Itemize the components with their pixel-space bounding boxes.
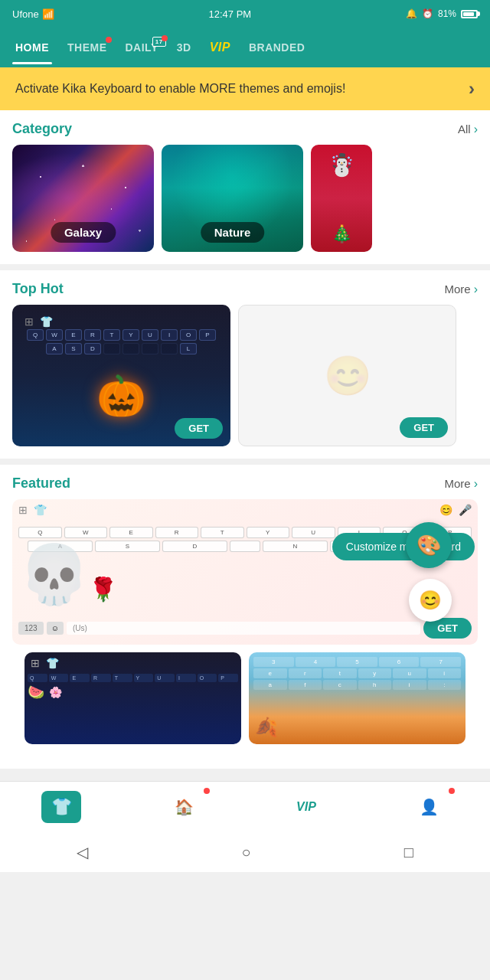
wm-keys: Q W E R T Y U I O P: [24, 671, 241, 682]
featured-chevron-icon: ›: [474, 477, 478, 491]
autumn-keys: 3 4 5 6 7 e r t y u i a: [249, 652, 466, 694]
key-i: I: [161, 329, 178, 341]
status-left: Ufone 📶: [12, 8, 54, 20]
top-hot-more-button[interactable]: More ›: [444, 283, 478, 296]
tab-branded[interactable]: BRANDED: [240, 31, 315, 64]
kb-shirt-icon: 👕: [40, 315, 53, 328]
empty-get-button[interactable]: GET: [400, 417, 448, 438]
halloween-get-button[interactable]: GET: [175, 418, 223, 439]
theme-card-halloween[interactable]: ⊞ 👕 Q W E R T Y U I O P A S: [12, 305, 230, 446]
tab-daily[interactable]: DAILY 17: [116, 31, 168, 64]
separator-3: [0, 769, 490, 775]
clock: 12:47 PM: [209, 8, 252, 20]
theme-card-empty[interactable]: 😊 GET: [238, 305, 456, 446]
emoji-fab-button[interactable]: 😊: [409, 579, 452, 622]
top-hot-title: Top Hot: [12, 281, 64, 297]
skull-emoji: 💀: [18, 541, 90, 609]
key-t: T: [103, 329, 120, 341]
profile-icon: 👤: [409, 791, 449, 823]
battery-icon: [461, 10, 478, 18]
skull-grid-icon: ⊞: [18, 504, 28, 516]
vibrate-icon: 🔔: [406, 8, 417, 19]
kb-icons: ⊞ 👕: [18, 311, 224, 329]
wifi-icon: 📶: [42, 8, 54, 20]
separator-1: [0, 264, 490, 270]
galaxy-label: Galaxy: [51, 222, 116, 243]
wm-grid-icon: ⊞: [31, 657, 40, 669]
top-hot-section: Top Hot More › ⊞ 👕 Q W E R T Y U: [0, 270, 490, 459]
skull-bottom-bar: 123 ☺ (Us) GET: [18, 618, 472, 639]
featured-more-button[interactable]: More ›: [444, 477, 478, 491]
category-header: Category All ›: [0, 110, 490, 145]
banner-arrow-icon: ›: [469, 78, 475, 100]
pumpkin-icon: 🎃: [96, 373, 146, 420]
tab-vip[interactable]: VIP: [201, 30, 240, 65]
smiley-placeholder-icon: 😊: [324, 354, 371, 398]
category-all-button[interactable]: All ›: [458, 122, 478, 136]
carrier-text: Ufone: [12, 8, 39, 20]
status-right: 🔔 ⏰ 81%: [406, 8, 478, 19]
bottom-nav-theme[interactable]: 👕: [32, 788, 90, 826]
store-dot: [204, 788, 210, 794]
featured-card-autumn[interactable]: 3 4 5 6 7 e r t y u i a: [249, 652, 466, 744]
battery-percent: 81%: [438, 8, 456, 19]
customize-bubble: Customize my keyboard: [332, 533, 475, 560]
autumn-leaf-icon: 🍂: [255, 717, 278, 738]
chevron-right-icon: ›: [474, 122, 478, 136]
palette-fab-button[interactable]: 🎨: [406, 522, 452, 568]
top-hot-chevron-icon: ›: [474, 283, 478, 296]
key-y: Y: [122, 329, 139, 341]
key-p: P: [199, 329, 216, 341]
daily-dot: [162, 35, 168, 41]
category-row: Galaxy Nature ☃️ 🎄: [0, 145, 490, 264]
category-card-christmas[interactable]: ☃️ 🎄: [311, 145, 372, 252]
vip-nav-icon: VIP: [286, 791, 326, 823]
tab-3d[interactable]: 3D: [168, 31, 201, 64]
featured-header: Featured More ›: [0, 465, 490, 499]
key-w: W: [46, 329, 63, 341]
home-button[interactable]: ○: [241, 844, 250, 861]
featured-title: Featured: [12, 475, 70, 492]
key-e: E: [65, 329, 82, 341]
nature-label: Nature: [201, 222, 265, 243]
system-navbar: ◁ ○ □: [0, 832, 490, 872]
themes-row: ⊞ 👕 Q W E R T Y U I O P A S: [0, 305, 490, 459]
status-bar: Ufone 📶 12:47 PM 🔔 ⏰ 81%: [0, 0, 490, 28]
key-o: O: [180, 329, 197, 341]
skull-shirt-icon: 👕: [34, 504, 47, 516]
tab-home[interactable]: HOME: [6, 31, 58, 64]
featured-card-watermelon[interactable]: ⊞ 👕 Q W E R T Y U I O P 🍉 🌸: [24, 652, 241, 744]
tab-theme[interactable]: THEME: [58, 31, 116, 64]
wm-shirt-icon: 👕: [46, 657, 59, 669]
recents-button[interactable]: □: [404, 844, 413, 861]
kb-grid-icon: ⊞: [24, 315, 34, 328]
category-title: Category: [12, 121, 72, 137]
skull-kb-icons: ⊞ 👕 😊 🎤: [12, 499, 478, 518]
activation-banner[interactable]: Activate Kika Keyboard to enable MORE th…: [0, 67, 490, 110]
featured-card-skull[interactable]: ⊞ 👕 😊 🎤 Q W E R T Y U I O: [12, 499, 478, 645]
bottom-nav-profile[interactable]: 👤: [400, 788, 458, 826]
key-u: U: [142, 329, 158, 341]
nav-tabs: HOME THEME DAILY 17 3D VIP BRANDED: [0, 28, 490, 67]
key-r: R: [84, 329, 101, 341]
back-button[interactable]: ◁: [77, 843, 88, 861]
theme-home-icon: 👕: [41, 791, 81, 823]
watermelon-emoji: 🍉: [28, 684, 44, 701]
category-card-galaxy[interactable]: Galaxy: [12, 145, 154, 252]
wm-icons: ⊞ 👕: [24, 652, 241, 671]
category-card-nature[interactable]: Nature: [162, 145, 303, 252]
skull-keyboard-bg: ⊞ 👕 😊 🎤 Q W E R T Y U I O: [12, 499, 478, 645]
featured-row-2: ⊞ 👕 Q W E R T Y U I O P 🍉 🌸: [12, 645, 478, 756]
theme-dot: [106, 37, 112, 43]
featured-section: Featured More › ⊞ 👕 😊 🎤 Q W E: [0, 465, 490, 769]
skull-emoji-icon: 😊: [439, 504, 452, 516]
alarm-icon: ⏰: [422, 8, 433, 19]
separator-2: [0, 459, 490, 465]
top-hot-header: Top Hot More ›: [0, 270, 490, 305]
bottom-nav-vip[interactable]: VIP: [277, 788, 335, 826]
bottom-nav: 👕 🏠 VIP 👤: [0, 781, 490, 832]
skull-mic-icon: 🎤: [459, 504, 472, 516]
rose-emoji: 🌹: [89, 576, 117, 603]
store-icon: 🏠: [164, 791, 204, 823]
bottom-nav-store[interactable]: 🏠: [155, 788, 213, 826]
